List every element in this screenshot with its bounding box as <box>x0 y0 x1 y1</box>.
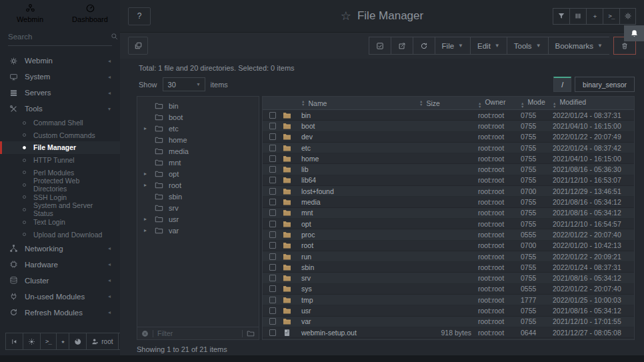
table-row-lost-found[interactable]: lost+found root:root 0700 2021/12/29 - 1… <box>263 186 634 197</box>
sidebar-subitem[interactable]: Command Shell <box>0 117 120 129</box>
row-checkbox[interactable] <box>269 318 276 325</box>
table-row-mnt[interactable]: mnt root:root 0755 2021/08/16 - 05:34:12 <box>263 208 634 219</box>
breadcrumb-root[interactable]: / <box>553 77 571 92</box>
settings-button[interactable] <box>619 8 636 25</box>
tree-item-opt[interactable]: opt <box>137 168 259 179</box>
sidebar-section[interactable]: Servers <box>0 85 120 101</box>
table-row-run[interactable]: run root:root 0755 2022/01/22 - 20:09:21 <box>263 251 634 262</box>
export-button[interactable] <box>391 37 413 55</box>
file-name[interactable]: dev <box>301 133 419 141</box>
table-row-opt[interactable]: opt root:root 0755 2021/12/10 - 16:54:57 <box>263 219 634 229</box>
table-row-dev[interactable]: dev root:root 0755 2022/01/22 - 20:07:49 <box>263 132 634 143</box>
file-name[interactable]: lib64 <box>301 176 419 184</box>
column-header-owner[interactable]: Owner <box>478 98 521 108</box>
tree-item-root[interactable]: root <box>137 179 259 191</box>
sidebar-section[interactable]: Cluster <box>0 273 120 289</box>
tree-item-boot[interactable]: boot <box>137 111 259 123</box>
tree-item-bin[interactable]: bin <box>137 100 259 111</box>
columns-button[interactable] <box>569 8 586 25</box>
row-checkbox[interactable] <box>269 275 276 281</box>
file-name[interactable]: var <box>301 317 419 325</box>
file-name[interactable]: mnt <box>301 209 419 217</box>
file-name[interactable]: tmp <box>301 296 419 304</box>
filter-button[interactable] <box>553 8 569 25</box>
tree-item-media[interactable]: media <box>137 145 259 157</box>
favorites-button[interactable]: ★ <box>57 333 69 349</box>
tree-item-usr[interactable]: usr <box>137 213 259 225</box>
file-name[interactable]: lib <box>301 165 419 173</box>
sidebar-section[interactable]: Webmin <box>0 53 120 69</box>
row-checkbox[interactable] <box>269 307 276 314</box>
tree-item-etc[interactable]: etc <box>137 123 259 134</box>
table-row-sys[interactable]: sys root:root 0555 2022/01/22 - 20:07:40 <box>263 284 634 295</box>
table-row-proc[interactable]: proc root:root 0555 2022/01/22 - 20:07:4… <box>263 229 634 240</box>
search-input[interactable] <box>8 33 111 41</box>
table-row-sbin[interactable]: sbin root:root 0755 2022/01/24 - 08:37:3… <box>263 262 634 273</box>
row-checkbox[interactable] <box>269 242 276 249</box>
table-row-home[interactable]: home root:root 0755 2021/04/10 - 16:15:0… <box>263 153 634 164</box>
sidebar-subitem[interactable]: File Manager <box>0 141 120 154</box>
table-row-media[interactable]: media root:root 0755 2021/08/16 - 05:34:… <box>263 197 634 207</box>
usage-button[interactable] <box>69 333 87 349</box>
table-row-var[interactable]: var root:root 0755 2021/12/10 - 17:01:55 <box>263 317 634 327</box>
expand-icon[interactable] <box>144 227 149 233</box>
expand-icon[interactable] <box>144 171 149 177</box>
edit-menu[interactable]: Edit ▼ <box>470 37 507 55</box>
table-row-bin[interactable]: bin root:root 0755 2022/01/24 - 08:37:31 <box>263 110 634 121</box>
sidebar-section[interactable]: System <box>0 69 120 85</box>
bookmarks-menu[interactable]: Bookmarks ▼ <box>548 37 609 55</box>
table-row-lib64[interactable]: lib64 root:root 0755 2021/12/10 - 16:53:… <box>263 175 634 186</box>
column-header-modified[interactable]: Modified <box>553 98 634 108</box>
file-name[interactable]: sbin <box>301 263 419 271</box>
file-name[interactable]: bin <box>301 111 419 119</box>
user-menu-button[interactable]: root <box>87 333 118 349</box>
sidebar-section[interactable]: Refresh Modules <box>0 305 120 321</box>
file-name[interactable]: usr <box>301 307 419 315</box>
terminal-button[interactable]: >_ <box>603 8 619 25</box>
theme-toggle-button[interactable] <box>23 333 41 349</box>
file-name[interactable]: webmin-setup.out <box>301 329 419 337</box>
file-name[interactable]: home <box>301 155 419 163</box>
table-row-boot[interactable]: boot root:root 0755 2021/04/10 - 16:15:0… <box>263 121 634 131</box>
row-checkbox[interactable] <box>269 264 276 271</box>
row-checkbox[interactable] <box>269 177 276 183</box>
row-checkbox[interactable] <box>269 123 276 129</box>
favorite-star-icon[interactable]: ☆ <box>341 9 351 23</box>
sidebar-subitem[interactable]: System and Server Status <box>0 203 120 216</box>
table-row-root[interactable]: root root:root 0700 2022/01/20 - 10:42:1… <box>263 241 634 251</box>
folder-filter-icon[interactable] <box>247 329 255 337</box>
expand-icon[interactable] <box>144 216 149 222</box>
row-checkbox[interactable] <box>269 209 276 216</box>
file-name[interactable]: root <box>301 241 419 249</box>
sidebar-subitem[interactable]: Text Login <box>0 216 120 229</box>
row-checkbox[interactable] <box>269 297 276 303</box>
table-row-usr[interactable]: usr root:root 0755 2021/08/16 - 05:34:12 <box>263 305 634 316</box>
file-name[interactable]: run <box>301 253 419 261</box>
clone-view-button[interactable] <box>128 37 148 55</box>
sidebar-section[interactable]: Tools <box>0 101 120 117</box>
file-name[interactable]: proc <box>301 231 419 239</box>
row-checkbox[interactable] <box>269 188 276 195</box>
sidebar-subitem[interactable]: HTTP Tunnel <box>0 154 120 167</box>
tree-item-var[interactable]: var <box>137 225 259 236</box>
table-row-etc[interactable]: etc root:root 0755 2022/01/24 - 08:37:42 <box>263 143 634 153</box>
breadcrumb-binary-sensor[interactable]: binary_sensor <box>575 77 635 92</box>
clear-filter-icon[interactable] <box>141 330 149 337</box>
filter-input[interactable] <box>157 329 238 337</box>
tab-webmin[interactable]: Webmin <box>0 0 60 27</box>
row-checkbox[interactable] <box>269 285 276 292</box>
tree-item-mnt[interactable]: mnt <box>137 157 259 168</box>
tab-dashboard[interactable]: Dashboard <box>60 0 120 27</box>
add-button[interactable]: + <box>586 8 603 25</box>
sidebar-section[interactable]: Un-used Modules <box>0 289 120 305</box>
row-checkbox[interactable] <box>269 145 276 151</box>
file-menu[interactable]: File ▼ <box>435 37 470 55</box>
expand-icon[interactable] <box>144 182 149 188</box>
tree-item-sbin[interactable]: sbin <box>137 191 259 202</box>
sidebar-subitem[interactable]: Custom Commands <box>0 129 120 142</box>
expand-icon[interactable] <box>144 125 149 131</box>
tree-item-home[interactable]: home <box>137 134 259 145</box>
page-size-select[interactable]: 30 <box>163 77 205 91</box>
refresh-button[interactable] <box>413 37 435 55</box>
sidebar-section[interactable]: Networking <box>0 241 120 257</box>
